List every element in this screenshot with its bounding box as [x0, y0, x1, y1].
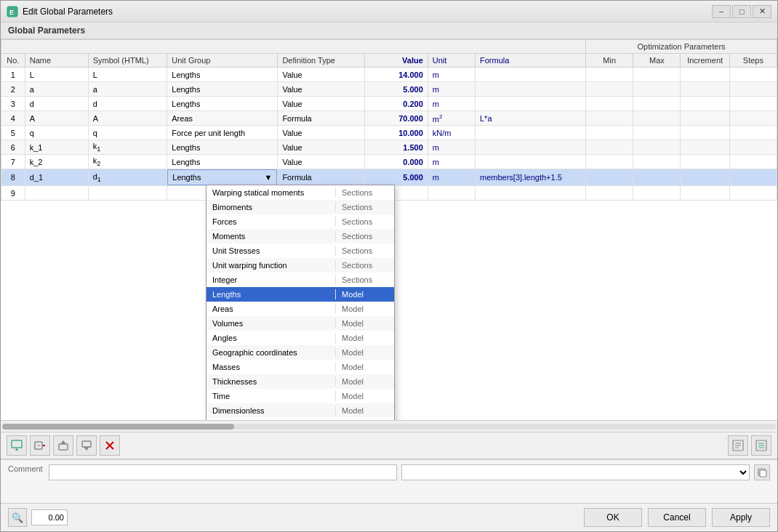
svg-marker-11: [84, 447, 89, 451]
apply-button[interactable]: Apply: [712, 508, 770, 527]
scrollbar-thumb[interactable]: [2, 424, 234, 430]
opt-header-row: Optimization Parameters: [1, 40, 777, 54]
opt-header-label: Optimization Parameters: [586, 40, 777, 54]
svg-rect-10: [82, 441, 91, 447]
table-row[interactable]: 5qqForce per unit lengthValue10.000kN/m: [1, 126, 777, 140]
dropdown-item[interactable]: BimomentsSections: [206, 200, 394, 214]
move-up-button[interactable]: [53, 435, 73, 456]
minimize-button[interactable]: −: [712, 5, 731, 18]
dropdown-item[interactable]: Unit StressesSections: [206, 243, 394, 258]
table-row[interactable]: 3ddLengthsValue0.200m: [1, 97, 777, 111]
unit-group-dropdown[interactable]: Lengths ▼: [167, 169, 277, 185]
dropdown-item[interactable]: Unit warping functionSections: [206, 258, 394, 273]
scrollbar-track: [2, 424, 776, 430]
svg-rect-2: [12, 440, 22, 448]
dropdown-item[interactable]: MomentsSections: [206, 229, 394, 243]
col-min: Min: [586, 54, 633, 68]
dropdown-item[interactable]: IntegerSections: [206, 273, 394, 287]
restore-button[interactable]: □: [732, 5, 751, 18]
table-container: Optimization Parameters No. Name Symbol …: [1, 39, 777, 420]
col-steps: Steps: [729, 54, 777, 68]
search-icon: 🔍: [12, 512, 23, 523]
unit-group-dropdown-list: Warping statical momentsSections Bimomen…: [206, 185, 395, 420]
col-max: Max: [633, 54, 681, 68]
svg-marker-9: [60, 440, 66, 444]
export-button[interactable]: [728, 435, 748, 456]
column-header-row: No. Name Symbol (HTML) Unit Group Defini…: [1, 54, 777, 68]
move-up-icon: [57, 440, 69, 451]
col-unit: Unit: [428, 54, 475, 68]
dropdown-item[interactable]: DimensionlessModel: [206, 403, 394, 418]
main-window: E Edit Global Parameters − □ ✕ Global Pa…: [0, 0, 778, 532]
dropdown-arrow-icon: ▼: [264, 173, 272, 182]
table-row[interactable]: 2aaLengthsValue5.000m: [1, 82, 777, 97]
table-row[interactable]: 1LLLengthsValue14.000m: [1, 68, 777, 82]
table-row[interactable]: 4AAAreasFormula70.000m2L*a: [1, 111, 777, 126]
col-unitgroup: Unit Group: [167, 54, 278, 68]
value-input[interactable]: [31, 509, 68, 525]
comment-input-row: [49, 464, 770, 480]
svg-rect-23: [760, 470, 766, 477]
copy-icon: [757, 467, 767, 477]
col-deftype: Definition Type: [278, 54, 365, 68]
import-icon: [755, 440, 767, 451]
dropdown-value: Lengths: [172, 173, 201, 182]
delete-row-button[interactable]: [30, 435, 50, 456]
clear-button[interactable]: [100, 435, 120, 456]
table-toolbar: [1, 432, 777, 459]
export-icon: [732, 440, 744, 451]
dropdown-item[interactable]: Warping statical momentsSections: [206, 185, 394, 200]
col-increment: Increment: [681, 54, 729, 68]
comment-label: Comment: [8, 464, 43, 473]
col-name: Name: [25, 54, 88, 68]
title-bar: E Edit Global Parameters − □ ✕: [1, 1, 777, 23]
ok-button[interactable]: OK: [584, 508, 642, 527]
dropdown-item[interactable]: MassesModel: [206, 360, 394, 374]
close-button[interactable]: ✕: [753, 5, 771, 18]
table-row[interactable]: 7k_2k2LengthsValue0.000m: [1, 155, 777, 169]
dropdown-item[interactable]: VolumesModel: [206, 316, 394, 331]
col-formula: Formula: [475, 54, 585, 68]
parameters-table: Optimization Parameters No. Name Symbol …: [1, 39, 777, 201]
search-button[interactable]: 🔍: [8, 508, 27, 527]
comment-copy-button[interactable]: [754, 464, 770, 480]
dropdown-item-selected[interactable]: LengthsModel: [206, 287, 394, 302]
comment-content: [49, 464, 770, 480]
table-row[interactable]: 6k_1k1LengthsValue1.500m: [1, 140, 777, 155]
move-down-button[interactable]: [76, 435, 97, 456]
col-value: Value: [364, 54, 428, 68]
add-row-icon: [11, 440, 23, 451]
toolbar-right: [728, 435, 771, 456]
dropdown-item[interactable]: Relative lengthsModel: [206, 418, 394, 420]
dropdown-item[interactable]: ForcesSections: [206, 214, 394, 229]
svg-rect-8: [59, 444, 68, 450]
horizontal-scrollbar[interactable]: [1, 420, 777, 432]
move-down-icon: [81, 440, 92, 451]
cancel-button[interactable]: Cancel: [648, 508, 706, 527]
dropdown-list-container[interactable]: Warping statical momentsSections Bimomen…: [206, 185, 394, 420]
window-title: Edit Global Parameters: [23, 7, 113, 17]
title-bar-buttons: − □ ✕: [712, 5, 771, 18]
comment-input[interactable]: [49, 464, 397, 480]
add-row-button[interactable]: [7, 435, 27, 456]
clear-icon: [104, 440, 116, 451]
col-no: No.: [1, 54, 25, 68]
svg-text:E: E: [9, 9, 14, 16]
comment-area: Comment: [1, 459, 777, 503]
bottom-bar: 🔍 OK Cancel Apply: [1, 503, 777, 531]
dropdown-item[interactable]: TimeModel: [206, 389, 394, 403]
comment-dropdown[interactable]: [401, 464, 750, 480]
bottom-buttons: OK Cancel Apply: [584, 508, 770, 527]
dropdown-item[interactable]: AreasModel: [206, 302, 394, 316]
window-icon: E: [7, 6, 18, 17]
import-button[interactable]: [751, 435, 771, 456]
opt-header-empty: [1, 40, 586, 54]
col-symbol: Symbol (HTML): [88, 54, 167, 68]
dropdown-item[interactable]: Geographic coordinatesModel: [206, 345, 394, 360]
section-header: Global Parameters: [1, 23, 777, 39]
dropdown-item[interactable]: ThicknessesModel: [206, 374, 394, 389]
table-row-selected[interactable]: 8d_1d1 Lengths ▼ Formula5.000mmembers[3]…: [1, 169, 777, 186]
delete-row-icon: [34, 440, 46, 451]
dropdown-item[interactable]: AnglesModel: [206, 331, 394, 345]
title-bar-left: E Edit Global Parameters: [7, 6, 113, 17]
